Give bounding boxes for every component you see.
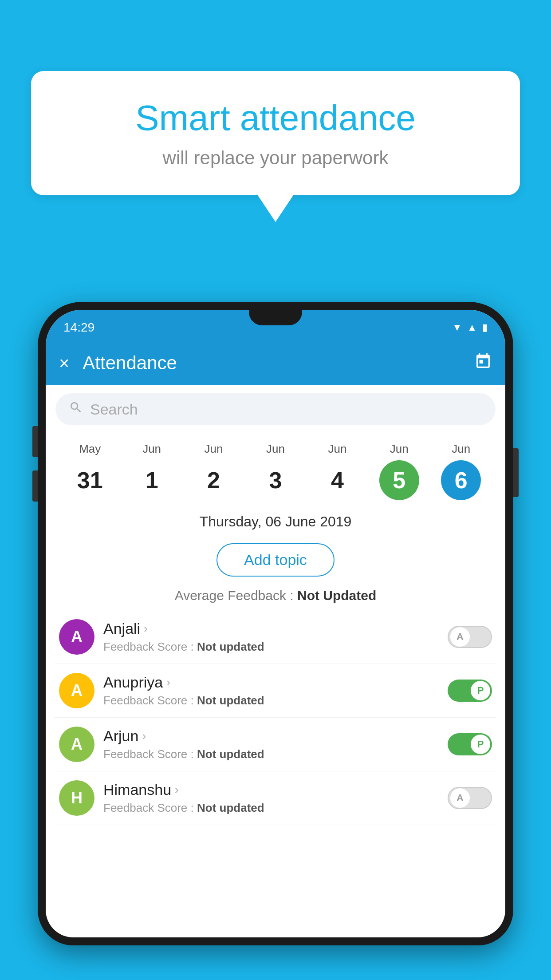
- calendar-date-number[interactable]: 1: [132, 460, 172, 500]
- calendar-day[interactable]: Jun1: [127, 442, 176, 500]
- student-feedback: Feedback Score : Not updated: [103, 640, 439, 654]
- calendar-strip: May31Jun1Jun2Jun3Jun4Jun5Jun6: [46, 433, 505, 505]
- calendar-date-number[interactable]: 5: [379, 460, 419, 500]
- calendar-day[interactable]: Jun2: [189, 442, 238, 500]
- speech-bubble-tail: [258, 195, 293, 222]
- search-input[interactable]: Search: [90, 401, 138, 418]
- student-name: Anupriya ›: [103, 674, 439, 691]
- student-item[interactable]: AAnupriya ›Feedback Score : Not updatedP: [55, 664, 496, 718]
- attendance-toggle[interactable]: A: [448, 626, 492, 648]
- wifi-icon: ▼: [452, 322, 462, 333]
- student-avatar: A: [59, 727, 94, 762]
- student-info: Himanshu ›Feedback Score : Not updated: [103, 781, 439, 815]
- student-chevron: ›: [175, 783, 179, 797]
- calendar-day[interactable]: Jun6: [437, 442, 485, 500]
- student-avatar: H: [59, 780, 94, 816]
- student-item[interactable]: HHimanshu ›Feedback Score : Not updatedA: [55, 771, 496, 825]
- calendar-day[interactable]: Jun4: [313, 442, 362, 500]
- phone-screen: 14:29 ▼ ▲ ▮ × Attendance: [46, 310, 505, 937]
- student-name: Himanshu ›: [103, 781, 439, 798]
- battery-icon: ▮: [482, 322, 488, 333]
- app-bar: × Attendance: [46, 341, 505, 385]
- toggle-switch[interactable]: A: [448, 626, 492, 648]
- student-name: Anjali ›: [103, 620, 439, 637]
- student-info: Anjali ›Feedback Score : Not updated: [103, 620, 439, 654]
- student-chevron: ›: [144, 622, 148, 636]
- status-icons: ▼ ▲ ▮: [452, 322, 488, 333]
- student-avatar: A: [59, 619, 94, 655]
- toggle-switch[interactable]: A: [448, 787, 492, 809]
- calendar-date-number[interactable]: 6: [441, 460, 481, 500]
- toggle-thumb: A: [450, 788, 470, 808]
- student-item[interactable]: AArjun ›Feedback Score : Not updatedP: [55, 718, 496, 771]
- signal-icon: ▲: [467, 322, 477, 333]
- calendar-icon[interactable]: [474, 352, 492, 374]
- speech-bubble: Smart attendance will replace your paper…: [31, 71, 520, 195]
- status-time: 14:29: [63, 320, 94, 335]
- student-feedback: Feedback Score : Not updated: [103, 801, 439, 815]
- calendar-day[interactable]: Jun3: [251, 442, 300, 500]
- calendar-day[interactable]: May31: [66, 442, 114, 500]
- attendance-toggle[interactable]: P: [448, 733, 492, 755]
- student-chevron: ›: [142, 729, 146, 743]
- calendar-month-label: Jun: [328, 442, 346, 456]
- calendar-month-label: Jun: [452, 442, 470, 456]
- speech-bubble-container: Smart attendance will replace your paper…: [31, 71, 520, 222]
- app-bar-title: Attendance: [83, 352, 461, 374]
- avg-feedback-label: Average Feedback :: [175, 588, 297, 603]
- calendar-month-label: Jun: [142, 442, 161, 456]
- calendar-date-number[interactable]: 4: [317, 460, 357, 500]
- phone-frame: 14:29 ▼ ▲ ▮ × Attendance: [38, 302, 513, 945]
- student-avatar: A: [59, 673, 94, 708]
- calendar-date-number[interactable]: 31: [70, 460, 110, 500]
- calendar-day[interactable]: Jun5: [375, 442, 424, 500]
- student-name: Arjun ›: [103, 727, 439, 745]
- add-topic-button[interactable]: Add topic: [216, 543, 335, 577]
- calendar-month-label: Jun: [205, 442, 223, 456]
- selected-date: Thursday, 06 June 2019: [46, 505, 505, 539]
- power-button: [513, 448, 519, 497]
- student-feedback: Feedback Score : Not updated: [103, 694, 439, 707]
- close-button[interactable]: ×: [59, 353, 69, 373]
- phone-container: 14:29 ▼ ▲ ▮ × Attendance: [38, 302, 513, 980]
- toggle-switch[interactable]: P: [448, 733, 492, 755]
- volume-down-button: [32, 470, 38, 502]
- volume-up-button: [32, 426, 38, 457]
- student-feedback: Feedback Score : Not updated: [103, 747, 439, 761]
- toggle-thumb: P: [471, 681, 490, 700]
- student-list: AAnjali ›Feedback Score : Not updatedAAA…: [46, 610, 505, 825]
- calendar-date-number[interactable]: 3: [256, 460, 295, 500]
- avg-feedback: Average Feedback : Not Updated: [46, 581, 505, 610]
- speech-bubble-title: Smart attendance: [62, 98, 489, 138]
- student-chevron: ›: [166, 676, 170, 689]
- student-info: Anupriya ›Feedback Score : Not updated: [103, 674, 439, 707]
- calendar-month-label: May: [79, 442, 101, 456]
- search-icon: [69, 400, 83, 418]
- calendar-month-label: Jun: [390, 442, 409, 456]
- toggle-switch[interactable]: P: [448, 680, 492, 702]
- search-bar[interactable]: Search: [55, 393, 496, 425]
- speech-bubble-subtitle: will replace your paperwork: [62, 147, 489, 169]
- student-item[interactable]: AAnjali ›Feedback Score : Not updatedA: [55, 610, 496, 664]
- phone-notch: [249, 310, 302, 325]
- toggle-thumb: A: [450, 627, 470, 647]
- student-info: Arjun ›Feedback Score : Not updated: [103, 727, 439, 761]
- calendar-month-label: Jun: [266, 442, 285, 456]
- avg-feedback-value: Not Updated: [297, 588, 376, 603]
- attendance-toggle[interactable]: A: [448, 787, 492, 809]
- attendance-toggle[interactable]: P: [448, 680, 492, 702]
- calendar-date-number[interactable]: 2: [194, 460, 234, 500]
- toggle-thumb: P: [471, 735, 490, 754]
